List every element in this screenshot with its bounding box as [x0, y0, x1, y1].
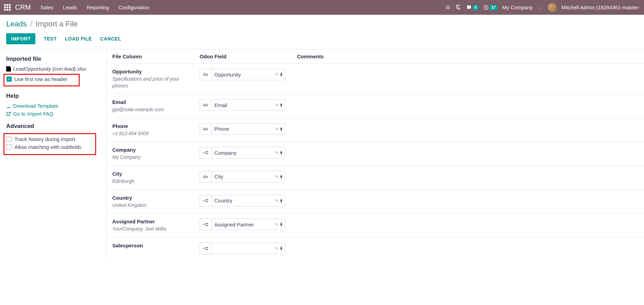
main: Imported file LeadOpportunity (crm.lead)…: [0, 49, 644, 259]
clear-icon[interactable]: ×: [274, 150, 280, 156]
sidebar: Imported file LeadOpportunity (crm.lead)…: [0, 49, 106, 259]
odoo-field-select[interactable]: AbEmail×▲▼: [200, 99, 285, 111]
checkbox-icon: [7, 144, 12, 150]
bug-icon[interactable]: [445, 5, 451, 10]
stepper-icon[interactable]: ▲▼: [280, 175, 285, 179]
mapping-row: CompanyMy CompanyCompany×▲▼: [107, 142, 644, 166]
action-bar: IMPORT TEST LOAD FILE CANCEL: [6, 33, 638, 49]
username[interactable]: Mitchell Admin (18284361-master-: [562, 4, 640, 10]
file-column-name: City: [112, 171, 194, 177]
stepper-icon[interactable]: ▲▼: [280, 72, 285, 77]
app-brand[interactable]: CRM: [15, 3, 31, 11]
file-column-sample: YourCompany, Joel Willis: [112, 226, 194, 233]
clear-icon[interactable]: ×: [274, 198, 280, 204]
track-history-checkbox[interactable]: Track history during import: [7, 136, 93, 142]
download-icon: [6, 104, 11, 108]
filename: LeadOpportunity (crm.lead).xlsx: [13, 66, 86, 72]
navbar: CRM Sales Leads Reporting Configuration …: [0, 0, 644, 15]
imported-file-title: Imported file: [6, 56, 100, 62]
tools-icon[interactable]: [538, 5, 543, 10]
phone-icon[interactable]: [455, 4, 462, 11]
text-type-icon: Ab: [200, 171, 212, 182]
stepper-icon[interactable]: ▲▼: [280, 103, 285, 107]
nav-sales[interactable]: Sales: [41, 4, 54, 10]
avatar[interactable]: [548, 3, 557, 12]
clear-icon[interactable]: ×: [274, 71, 280, 78]
stepper-icon[interactable]: ▲▼: [280, 151, 285, 155]
download-template-link[interactable]: Download Template: [6, 103, 100, 109]
company-selector[interactable]: My Company: [502, 4, 532, 10]
help-section: Help Download Template Go to Import FAQ: [6, 93, 100, 117]
svg-rect-13: [205, 223, 208, 224]
import-faq-link[interactable]: Go to Import FAQ: [6, 111, 100, 117]
header: Leads / Import a File IMPORT TEST LOAD F…: [0, 15, 644, 49]
odoo-field-select[interactable]: Country×▲▼: [200, 195, 285, 207]
apps-icon[interactable]: [4, 4, 11, 11]
text-type-icon: Ab: [200, 99, 212, 110]
messages-badge: 5: [473, 5, 478, 10]
svg-line-16: [204, 224, 205, 225]
file-column-sample: +1 813 494 5005: [112, 130, 194, 137]
allow-subfields-checkbox[interactable]: Allow matching with subfields: [7, 144, 93, 150]
clear-icon[interactable]: ×: [274, 221, 280, 227]
file-column-name: Phone: [112, 123, 194, 129]
file-column-name: Company: [112, 147, 194, 153]
nav-reporting[interactable]: Reporting: [87, 4, 109, 10]
import-button[interactable]: IMPORT: [6, 33, 35, 44]
stepper-icon[interactable]: ▲▼: [280, 246, 285, 250]
breadcrumb-separator: /: [30, 20, 32, 28]
stepper-icon[interactable]: ▲▼: [280, 199, 285, 203]
svg-line-20: [204, 247, 205, 248]
clear-icon[interactable]: ×: [274, 126, 280, 132]
relation-type-icon: [200, 147, 212, 158]
header-comments: Comments: [297, 54, 639, 59]
odoo-field-select[interactable]: AbCity×▲▼: [200, 171, 285, 183]
file-row: LeadOpportunity (crm.lead).xlsx: [6, 66, 100, 72]
field-select-value: Company: [212, 150, 274, 156]
clear-icon[interactable]: ×: [274, 245, 280, 251]
header-file-column: File Column: [112, 54, 200, 59]
svg-line-10: [204, 200, 205, 201]
nav-leads[interactable]: Leads: [63, 4, 77, 10]
file-column-name: Assigned Partner: [112, 219, 194, 224]
nav-configuration[interactable]: Configuration: [118, 4, 149, 10]
advanced-title: Advanced: [6, 123, 100, 130]
file-column-name: Salesperson: [112, 243, 194, 248]
help-title: Help: [6, 93, 100, 99]
mapping-row: Emailjga@solar.example.comAbEmail×▲▼: [107, 94, 644, 118]
svg-line-5: [204, 152, 205, 153]
odoo-field-select[interactable]: ×▲▼: [200, 243, 285, 254]
mapping-row: Assigned PartnerYourCompany, Joel Willis…: [107, 213, 644, 237]
svg-rect-3: [205, 151, 208, 152]
load-file-button[interactable]: LOAD FILE: [65, 36, 92, 42]
mapping-row: Salesperson×▲▼: [107, 237, 644, 259]
activity-icon[interactable]: 37: [483, 5, 497, 10]
odoo-field-select[interactable]: Assigned Partner×▲▼: [200, 219, 285, 230]
clear-icon[interactable]: ×: [274, 102, 280, 108]
file-column-name: Opportunity: [112, 69, 194, 74]
field-select-value: Email: [212, 102, 274, 108]
file-icon: [6, 66, 11, 72]
clear-icon[interactable]: ×: [274, 174, 280, 180]
stepper-icon[interactable]: ▲▼: [280, 127, 285, 131]
svg-line-15: [204, 223, 205, 224]
imported-file-section: Imported file LeadOpportunity (crm.lead)…: [6, 56, 100, 86]
mapping-row: CountryUnited KingdomCountry×▲▼: [107, 190, 644, 214]
svg-line-11: [204, 201, 205, 202]
cancel-button[interactable]: CANCEL: [100, 36, 121, 42]
stepper-icon[interactable]: ▲▼: [280, 222, 285, 226]
svg-rect-14: [205, 225, 208, 226]
field-select-value: Assigned Partner: [212, 222, 274, 227]
file-column-sample: Edinburgh: [112, 178, 194, 185]
use-first-row-checkbox[interactable]: ✓ Use first row as header: [7, 76, 77, 82]
odoo-field-select[interactable]: AbPhone×▲▼: [200, 123, 285, 135]
svg-rect-4: [205, 153, 208, 154]
odoo-field-select[interactable]: Company×▲▼: [200, 147, 285, 159]
mapping-content: File Column Odoo Field Comments Opportun…: [106, 49, 644, 259]
svg-line-6: [204, 153, 205, 154]
messages-icon[interactable]: 5: [466, 5, 478, 10]
external-link-icon: [6, 112, 11, 116]
test-button[interactable]: TEST: [44, 36, 57, 42]
breadcrumb-parent[interactable]: Leads: [6, 20, 27, 28]
odoo-field-select[interactable]: AbOpportunity×▲▼: [200, 69, 285, 80]
